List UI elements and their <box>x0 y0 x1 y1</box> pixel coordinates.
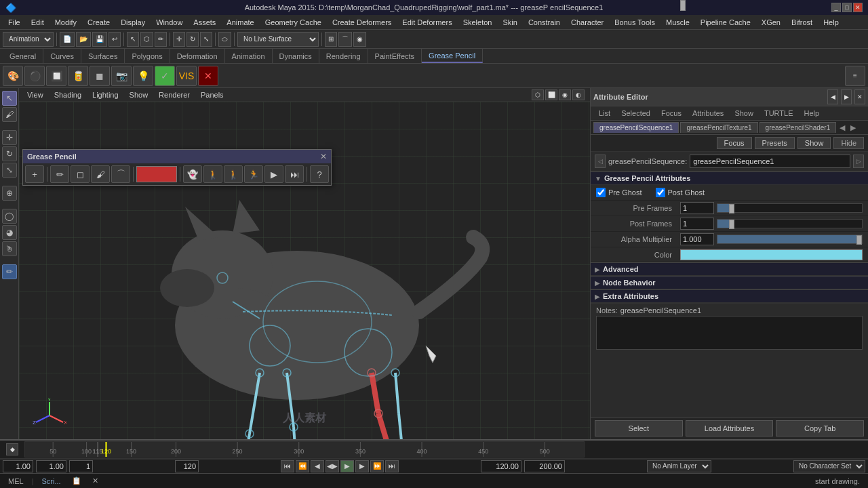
vp-menu-view[interactable]: View <box>22 90 49 100</box>
menu-constrain[interactable]: Constrain <box>523 17 566 28</box>
attr-panel-right-btn[interactable]: ▶ <box>841 89 852 104</box>
timeline-ruler[interactable]: 50 100 115 120 150 200 250 300 3 <box>24 441 585 458</box>
shelf-icon-6[interactable]: 📷 <box>111 66 132 86</box>
maximize-button[interactable]: □ <box>842 3 852 12</box>
step-forward-key-btn[interactable]: ⏩ <box>370 460 384 472</box>
open-scene-btn[interactable]: 📂 <box>76 32 91 47</box>
attr-nav-selected[interactable]: Selected <box>616 108 656 119</box>
3d-viewport[interactable]: X Y Z 人人素材 Grease Pencil ✕ + ✏ ◻ <box>19 102 590 439</box>
vp-icon-3[interactable]: ◉ <box>559 89 571 100</box>
shelf-icon-x[interactable]: ✕ <box>198 66 218 86</box>
gp-color-swatch[interactable] <box>136 166 177 182</box>
menu-create-deformers[interactable]: Create Deformers <box>327 17 397 28</box>
current-frame-input[interactable] <box>36 460 66 472</box>
select-button[interactable]: Select <box>595 420 683 436</box>
presets-button[interactable]: Presets <box>755 137 795 149</box>
attr-nav-turtle[interactable]: TURTLE <box>759 108 799 119</box>
play-back-btn[interactable]: ◀▶ <box>326 460 339 472</box>
gp-sequence-btn[interactable]: ▶ <box>264 165 283 183</box>
shelf-tab-rendering[interactable]: Rendering <box>319 49 368 63</box>
close-status-btn[interactable]: ✕ <box>90 476 101 485</box>
vp-menu-panels[interactable]: Panels <box>195 90 229 100</box>
move-mode-btn[interactable]: ✛ <box>2 130 17 145</box>
vp-menu-shading[interactable]: Shading <box>49 90 87 100</box>
seq-left-arrow[interactable]: ◁ <box>595 155 606 168</box>
gp-ghost-btn[interactable]: 👻 <box>183 165 202 183</box>
step-forward-frame-btn[interactable]: ▶ <box>355 460 369 472</box>
menu-animate[interactable]: Animate <box>221 17 259 28</box>
menu-muscle[interactable]: Muscle <box>660 17 695 28</box>
shelf-icon-3[interactable]: 🔲 <box>46 66 66 86</box>
load-attributes-button[interactable]: Load Attributes <box>686 420 774 436</box>
script-editor-btn[interactable]: Scri... <box>39 477 63 485</box>
seq-right-arrow[interactable]: ▷ <box>853 155 864 168</box>
menu-pipeline-cache[interactable]: Pipeline Cache <box>695 17 756 28</box>
frame-number-input[interactable] <box>69 460 93 472</box>
undo-btn[interactable]: ↩ <box>108 32 121 47</box>
gp-eraser-btn[interactable]: ◻ <box>71 165 90 183</box>
shelf-tab-painteffects[interactable]: PaintEffects <box>368 49 422 63</box>
minimize-button[interactable]: _ <box>831 3 841 12</box>
shelf-icon-2[interactable]: ⚫ <box>24 66 45 86</box>
attr-tab-grease-pencil-tex[interactable]: greasePencilTexture1 <box>680 122 757 133</box>
shelf-icon-4[interactable]: 🥫 <box>68 66 88 86</box>
shelf-tab-surfaces[interactable]: Surfaces <box>81 49 125 63</box>
lasso-tool-btn[interactable]: ⬡ <box>140 32 153 47</box>
menu-geometry-cache[interactable]: Geometry Cache <box>260 17 327 28</box>
shelf-icon-7[interactable]: 💡 <box>133 66 153 86</box>
grease-pencil-titlebar[interactable]: Grease Pencil ✕ <box>23 150 331 163</box>
vp-menu-show[interactable]: Show <box>124 90 154 100</box>
vp-menu-lighting[interactable]: Lighting <box>87 90 124 100</box>
gp-figure-btn[interactable]: 🚶 <box>203 165 222 183</box>
grease-pencil-close-btn[interactable]: ✕ <box>320 152 327 161</box>
range-start-input[interactable] <box>3 460 33 472</box>
select-tool-btn[interactable]: ↖ <box>127 32 139 47</box>
menu-skeleton[interactable]: Skeleton <box>458 17 498 28</box>
attr-panel-close-btn[interactable]: ✕ <box>854 89 865 104</box>
shelf-tab-curves[interactable]: Curves <box>43 49 81 63</box>
play-forward-btn[interactable]: ▶ <box>340 460 354 472</box>
anim-layer-select[interactable]: No Anim Layer <box>647 460 711 472</box>
attr-tab-grease-pencil-seq[interactable]: greasePencilSequence1 <box>593 122 679 133</box>
post-frames-input[interactable] <box>680 218 714 230</box>
close-button[interactable]: ✕ <box>853 3 863 12</box>
script-console-btn[interactable]: 📋 <box>72 476 81 485</box>
select-mode-btn[interactable]: ↖ <box>2 91 17 106</box>
post-ghost-checkbox[interactable] <box>656 188 665 197</box>
current-time-display[interactable] <box>481 460 521 472</box>
sequence-input[interactable] <box>690 155 850 168</box>
pre-ghost-checkbox[interactable] <box>596 188 606 197</box>
vp-menu-renderer[interactable]: Renderer <box>153 90 195 100</box>
menu-character[interactable]: Character <box>566 17 609 28</box>
vp-icon-2[interactable]: ⬜ <box>545 89 557 100</box>
soft-mod-btn[interactable]: ⬭ <box>218 32 231 47</box>
workspace-preset[interactable]: Animation Rigging Modeling <box>3 32 54 47</box>
timeline-add-key[interactable]: ◆ <box>6 443 18 455</box>
paint-sel-btn[interactable]: ✏ <box>155 32 167 47</box>
step-back-frame-btn[interactable]: ◀ <box>311 460 324 472</box>
shelf-tab-animation[interactable]: Animation <box>225 49 273 63</box>
gp-brush-btn[interactable]: ⌒ <box>111 165 130 183</box>
soft-select-btn[interactable]: ◯ <box>2 209 17 224</box>
grease-pencil-attrs-section[interactable]: ▼ Grease Pencil Attributes <box>591 171 868 185</box>
focus-button[interactable]: Focus <box>717 137 752 149</box>
attr-tab-prev[interactable]: ◀ <box>837 123 847 132</box>
attr-tab-next[interactable]: ▶ <box>848 123 858 132</box>
skip-to-end-btn[interactable]: ⏭ <box>385 460 399 472</box>
new-scene-btn[interactable]: 📄 <box>60 32 75 47</box>
attr-nav-list[interactable]: List <box>593 108 616 119</box>
shelf-tab-general[interactable]: General <box>3 49 43 63</box>
range-end-input[interactable] <box>175 460 199 472</box>
vp-icon-4[interactable]: ◐ <box>572 89 585 100</box>
shelf-tab-deformation[interactable]: Deformation <box>170 49 225 63</box>
rotate-tool-btn[interactable]: ↻ <box>186 32 199 47</box>
show-button[interactable]: Show <box>797 137 831 149</box>
copy-tab-button[interactable]: Copy Tab <box>776 420 864 436</box>
attr-nav-attributes[interactable]: Attributes <box>687 108 729 119</box>
scale-tool-btn[interactable]: ⤡ <box>200 32 212 47</box>
paint-weights-btn[interactable]: 🖱 <box>2 241 17 256</box>
paint-sel-mode-btn[interactable]: 🖌 <box>2 107 17 122</box>
gp-pencil-btn[interactable]: ✏ <box>50 165 69 183</box>
gp-new-layer-btn[interactable]: + <box>25 165 44 183</box>
step-back-key-btn[interactable]: ⏪ <box>296 460 309 472</box>
